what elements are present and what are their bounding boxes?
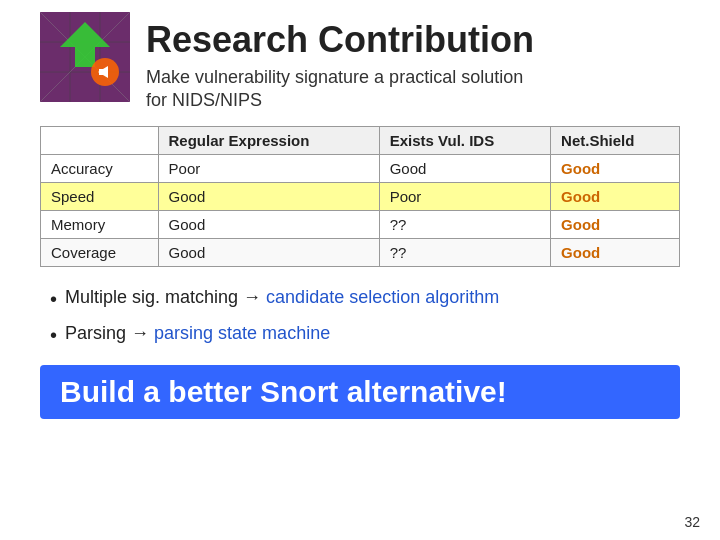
- row-label-speed: Speed: [41, 183, 159, 211]
- list-item: • Parsing → parsing state machine: [50, 321, 680, 349]
- subtitle: Make vulnerability signature a practical…: [146, 66, 680, 113]
- bullet-icon: •: [50, 285, 57, 313]
- bullet-prefix-1: Multiple sig. matching →: [65, 287, 266, 307]
- comparison-table-wrapper: Regular Expression Exists Vul. IDS Net.S…: [40, 126, 680, 267]
- row-memory-col2: ??: [379, 211, 550, 239]
- row-label-memory: Memory: [41, 211, 159, 239]
- row-memory-col1: Good: [158, 211, 379, 239]
- bullet-highlight-1: candidate selection algorithm: [266, 287, 499, 307]
- col-header-regex: Regular Expression: [158, 127, 379, 155]
- table-row: Memory Good ?? Good: [41, 211, 680, 239]
- row-accuracy-col2: Good: [379, 155, 550, 183]
- table-row: Coverage Good ?? Good: [41, 239, 680, 267]
- svg-rect-10: [99, 69, 107, 75]
- page-title: Research Contribution: [146, 20, 680, 60]
- subtitle-line1: Make vulnerability signature a practical…: [146, 67, 523, 87]
- table-row: Speed Good Poor Good: [41, 183, 680, 211]
- col-header-vul-ids: Exists Vul. IDS: [379, 127, 550, 155]
- comparison-table: Regular Expression Exists Vul. IDS Net.S…: [40, 126, 680, 267]
- row-label-coverage: Coverage: [41, 239, 159, 267]
- row-label-accuracy: Accuracy: [41, 155, 159, 183]
- bullet-list: • Multiple sig. matching → candidate sel…: [40, 285, 680, 349]
- row-accuracy-col1: Poor: [158, 155, 379, 183]
- list-item: • Multiple sig. matching → candidate sel…: [50, 285, 680, 313]
- row-speed-col1: Good: [158, 183, 379, 211]
- row-coverage-col2: ??: [379, 239, 550, 267]
- banner-text: Build a better Snort alternative!: [60, 375, 507, 409]
- subtitle-line2: for NIDS/NIPS: [146, 90, 262, 110]
- row-memory-col3: Good: [551, 211, 680, 239]
- logo: [40, 12, 130, 102]
- header: Research Contribution Make vulnerability…: [40, 20, 680, 112]
- bullet-text-2: Parsing → parsing state machine: [65, 321, 330, 346]
- row-speed-col2: Poor: [379, 183, 550, 211]
- table-row: Accuracy Poor Good Good: [41, 155, 680, 183]
- table-header-row: Regular Expression Exists Vul. IDS Net.S…: [41, 127, 680, 155]
- row-speed-col3: Good: [551, 183, 680, 211]
- bullet-text-1: Multiple sig. matching → candidate selec…: [65, 285, 499, 310]
- bottom-banner: Build a better Snort alternative!: [40, 365, 680, 419]
- col-header-netshield: Net.Shield: [551, 127, 680, 155]
- row-coverage-col3: Good: [551, 239, 680, 267]
- slide: Research Contribution Make vulnerability…: [0, 0, 720, 540]
- header-text: Research Contribution Make vulnerability…: [146, 20, 680, 112]
- row-coverage-col1: Good: [158, 239, 379, 267]
- page-number: 32: [684, 514, 700, 530]
- row-accuracy-col3: Good: [551, 155, 680, 183]
- bullet-icon: •: [50, 321, 57, 349]
- bullet-highlight-2: parsing state machine: [154, 323, 330, 343]
- col-header-empty: [41, 127, 159, 155]
- bullet-prefix-2: Parsing →: [65, 323, 154, 343]
